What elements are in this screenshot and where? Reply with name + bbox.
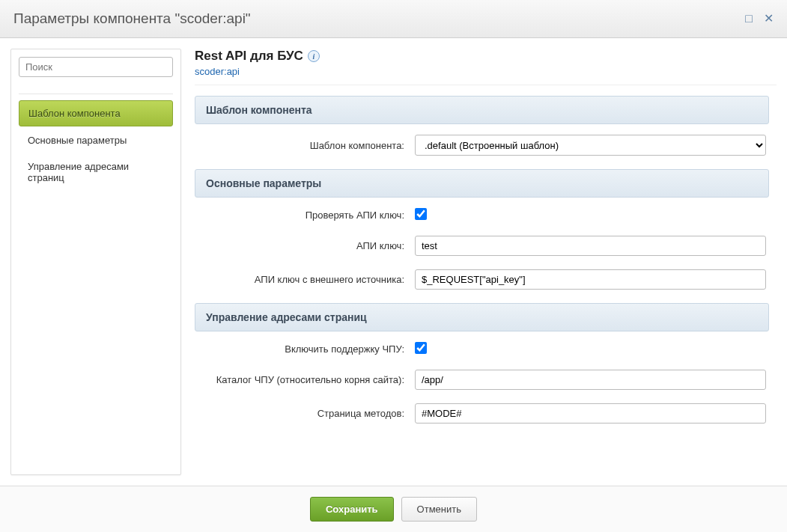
label-sef-folder: Каталог ЧПУ (относительно корня сайта): [198, 374, 415, 385]
dialog-title: Параметры компонента "scoder:api" [13, 10, 251, 27]
dialog-footer: Сохранить Отменить [0, 486, 787, 532]
dialog-header: Параметры компонента "scoder:api" □ ✕ [0, 0, 787, 38]
save-button[interactable]: Сохранить [310, 497, 394, 522]
control-api-key [415, 236, 766, 256]
form-scroll-area[interactable]: Шаблон компонента Шаблон компонента: .de… [195, 96, 777, 475]
check-api-checkbox[interactable] [415, 208, 427, 220]
page-title-text: Rest API для БУС [195, 49, 303, 64]
main-panel: Rest API для БУС i scoder:api Шаблон ком… [195, 49, 777, 475]
section-header-basic: Основные параметры [195, 169, 769, 198]
component-id: scoder:api [195, 66, 777, 77]
label-api-key: АПИ ключ: [198, 240, 415, 251]
sidebar-divider [19, 94, 173, 94]
template-select[interactable]: .default (Встроенный шаблон) [415, 135, 766, 156]
section-header-sef: Управление адресами страниц [195, 303, 769, 331]
maximize-icon[interactable]: □ [744, 13, 754, 24]
row-api-key-ext: АПИ ключ с внешнего источника: [195, 269, 769, 290]
row-methods-page: Страница методов: [195, 403, 769, 424]
methods-page-input[interactable] [415, 403, 766, 424]
label-enable-sef: Включить поддержку ЧПУ: [198, 343, 415, 355]
control-api-key-ext [415, 269, 766, 290]
row-check-api: Проверять АПИ ключ: [195, 208, 769, 222]
sidebar: Шаблон компонента Основные параметры Упр… [10, 49, 181, 475]
search-input[interactable] [19, 57, 173, 77]
sidebar-item-sef[interactable]: Управление адресами страниц [19, 154, 173, 190]
row-enable-sef: Включить поддержку ЧПУ: [195, 342, 769, 356]
control-check-api [415, 208, 766, 222]
enable-sef-checkbox[interactable] [415, 342, 427, 354]
main-header: Rest API для БУС i scoder:api [195, 49, 777, 85]
info-icon[interactable]: i [308, 50, 320, 62]
control-methods-page [415, 403, 766, 424]
api-key-ext-input[interactable] [415, 269, 766, 290]
section-header-template: Шаблон компонента [195, 96, 769, 124]
label-check-api: Проверять АПИ ключ: [198, 210, 415, 221]
control-sef-folder [415, 370, 766, 390]
control-template: .default (Встроенный шаблон) [415, 135, 766, 156]
label-methods-page: Страница методов: [198, 408, 415, 419]
sidebar-item-basic-params[interactable]: Основные параметры [19, 128, 173, 153]
row-template: Шаблон компонента: .default (Встроенный … [195, 135, 769, 156]
control-enable-sef [415, 342, 766, 356]
label-api-key-ext: АПИ ключ с внешнего источника: [198, 274, 415, 285]
close-icon[interactable]: ✕ [763, 13, 774, 24]
sef-folder-input[interactable] [415, 370, 766, 390]
row-api-key: АПИ ключ: [195, 236, 769, 256]
dialog-window-controls: □ ✕ [744, 13, 774, 24]
api-key-input[interactable] [415, 236, 766, 256]
row-sef-folder: Каталог ЧПУ (относительно корня сайта): [195, 370, 769, 390]
cancel-button[interactable]: Отменить [401, 497, 477, 522]
dialog-body: Шаблон компонента Основные параметры Упр… [0, 38, 787, 486]
page-title: Rest API для БУС i [195, 49, 777, 64]
component-settings-dialog: Параметры компонента "scoder:api" □ ✕ Ша… [0, 0, 787, 532]
label-template: Шаблон компонента: [198, 140, 415, 151]
sidebar-item-template[interactable]: Шаблон компонента [19, 100, 173, 126]
